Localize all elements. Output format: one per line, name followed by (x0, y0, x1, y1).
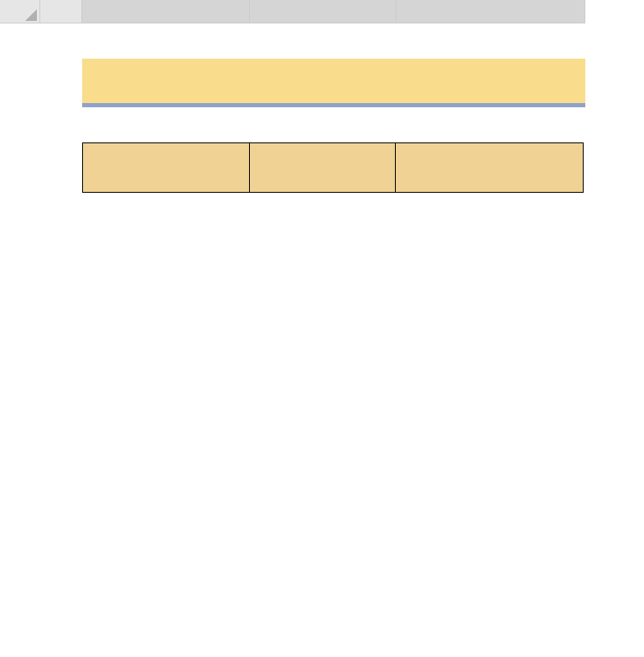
col-header-b[interactable] (82, 0, 250, 23)
col-header-c[interactable] (250, 0, 397, 23)
select-all-corner[interactable] (0, 0, 40, 23)
select-all-icon (25, 9, 37, 21)
title-cell[interactable] (82, 59, 585, 107)
svg-marker-0 (25, 9, 37, 21)
header-quantity[interactable] (249, 142, 396, 193)
header-price[interactable] (395, 142, 584, 193)
column-headers (40, 0, 585, 23)
table-header-row (82, 142, 584, 193)
header-product-id[interactable] (82, 142, 250, 193)
spreadsheet (0, 0, 644, 657)
data-table (82, 142, 584, 193)
col-header-d[interactable] (397, 0, 585, 23)
col-header-a[interactable] (40, 0, 82, 23)
